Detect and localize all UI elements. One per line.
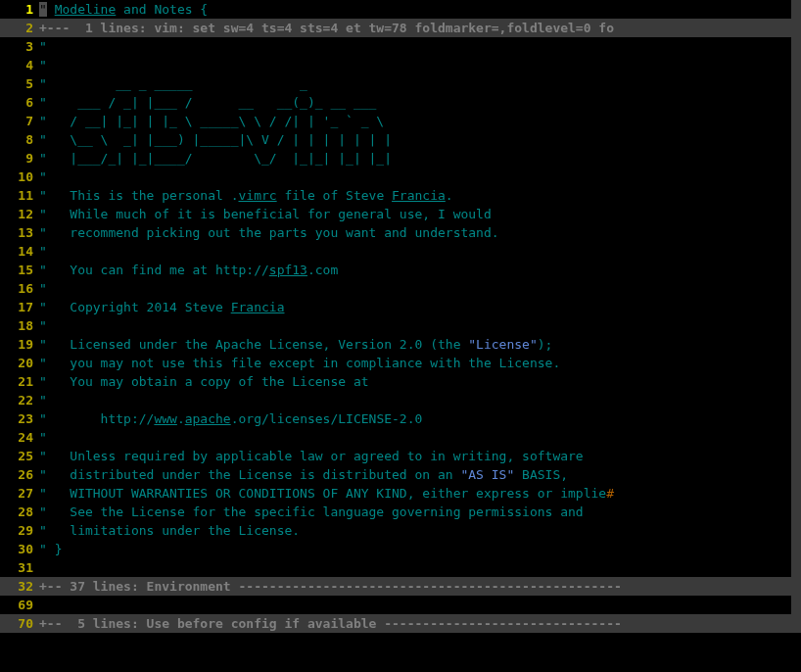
- code-line[interactable]: 11" This is the personal .vimrc file of …: [0, 186, 791, 205]
- line-content: " distributed under the License is distr…: [39, 465, 791, 484]
- scrollbar-track[interactable]: [791, 633, 801, 652]
- code-line[interactable]: 26" distributed under the License is dis…: [0, 465, 791, 484]
- line-number: 11: [0, 186, 39, 205]
- line-number: 19: [0, 335, 39, 354]
- line-content: ": [39, 391, 791, 409]
- code-line[interactable]: 5" __ _ _____ _: [0, 74, 791, 93]
- line-number: 30: [0, 540, 39, 558]
- line-content: ": [39, 316, 791, 335]
- line-content: " \__ \ _| |___) |_____|\ V / | | | | | …: [39, 130, 791, 149]
- line-content: " you may not use this file except in co…: [39, 354, 791, 372]
- line-number: 21: [0, 372, 39, 391]
- line-number: 70: [0, 614, 39, 633]
- line-content: " Modeline and Notes {: [39, 0, 791, 19]
- code-line[interactable]: 23" http://www.apache.org/licenses/LICEN…: [0, 409, 791, 428]
- line-content: " You may obtain a copy of the License a…: [39, 372, 791, 391]
- line-content: ": [39, 428, 791, 447]
- line-content: " __ _ _____ _: [39, 74, 791, 93]
- code-line[interactable]: 31: [0, 558, 791, 577]
- line-number: 5: [0, 74, 39, 93]
- code-line[interactable]: 27" WITHOUT WARRANTIES OR CONDITIONS OF …: [0, 484, 791, 503]
- code-line[interactable]: 70+-- 5 lines: Use before config if avai…: [0, 614, 791, 633]
- line-number: 31: [0, 558, 39, 577]
- line-content: " |___/_| |_|____/ \_/ |_|_| |_| |_|: [39, 149, 791, 168]
- line-content: " limitations under the License.: [39, 521, 791, 540]
- line-number: 4: [0, 56, 39, 74]
- line-content: " Unless required by applicable law or a…: [39, 447, 791, 465]
- line-number: 8: [0, 130, 39, 149]
- code-line[interactable]: 10": [0, 168, 791, 186]
- code-line[interactable]: 6" ___ / _| |___ / __ __(_)_ __ ___: [0, 93, 791, 112]
- line-number: 16: [0, 279, 39, 298]
- line-number: 32: [0, 577, 39, 596]
- line-number: 23: [0, 409, 39, 428]
- code-line[interactable]: 9" |___/_| |_|____/ \_/ |_|_| |_| |_|: [0, 149, 791, 168]
- code-line[interactable]: 30" }: [0, 540, 791, 558]
- line-content: +--- 1 lines: vim: set sw=4 ts=4 sts=4 e…: [39, 19, 791, 37]
- code-line[interactable]: 1" Modeline and Notes {: [0, 0, 791, 19]
- editor-main[interactable]: 1" Modeline and Notes {2+--- 1 lines: vi…: [0, 0, 791, 672]
- code-line[interactable]: 28" See the License for the specific lan…: [0, 503, 791, 521]
- line-content: " / __| |_| | |_ \ _____\ \ / /| | '_ ` …: [39, 112, 791, 130]
- code-line[interactable]: 18": [0, 316, 791, 335]
- line-content: " recommend picking out the parts you wa…: [39, 223, 791, 242]
- line-content: ": [39, 56, 791, 74]
- code-line[interactable]: 7" / __| |_| | |_ \ _____\ \ / /| | '_ `…: [0, 112, 791, 130]
- code-line[interactable]: 22": [0, 391, 791, 409]
- code-line[interactable]: 19" Licensed under the Apache License, V…: [0, 335, 791, 354]
- line-content: +-- 37 lines: Environment --------------…: [39, 577, 791, 596]
- line-content: " Copyright 2014 Steve Francia: [39, 298, 791, 316]
- line-number: 2: [0, 19, 39, 37]
- code-line[interactable]: 13" recommend picking out the parts you …: [0, 223, 791, 242]
- line-content: " ___ / _| |___ / __ __(_)_ __ ___: [39, 93, 791, 112]
- line-number: 14: [0, 242, 39, 261]
- code-line[interactable]: 8" \__ \ _| |___) |_____|\ V / | | | | |…: [0, 130, 791, 149]
- line-number: 27: [0, 484, 39, 503]
- line-number: 15: [0, 261, 39, 279]
- line-number: 17: [0, 298, 39, 316]
- code-line[interactable]: 4": [0, 56, 791, 74]
- code-line[interactable]: 32+-- 37 lines: Environment ------------…: [0, 577, 791, 596]
- line-content: " You can find me at http://spf13.com: [39, 261, 791, 279]
- code-line[interactable]: 3": [0, 37, 791, 56]
- scrollbar-thumb[interactable]: [791, 0, 801, 633]
- line-number: 69: [0, 596, 39, 614]
- line-number: 29: [0, 521, 39, 540]
- line-content: [39, 558, 791, 577]
- line-content: [39, 596, 791, 614]
- code-line[interactable]: 25" Unless required by applicable law or…: [0, 447, 791, 465]
- line-content: " }: [39, 540, 791, 558]
- line-number: 1: [0, 0, 39, 19]
- code-line[interactable]: 14": [0, 242, 791, 261]
- code-line[interactable]: 2+--- 1 lines: vim: set sw=4 ts=4 sts=4 …: [0, 19, 791, 37]
- line-number: 9: [0, 149, 39, 168]
- code-line[interactable]: 29" limitations under the License.: [0, 521, 791, 540]
- line-content: ": [39, 37, 791, 56]
- code-line[interactable]: 15" You can find me at http://spf13.com: [0, 261, 791, 279]
- code-line[interactable]: 24": [0, 428, 791, 447]
- line-content: " Licensed under the Apache License, Ver…: [39, 335, 791, 354]
- code-line[interactable]: 17" Copyright 2014 Steve Francia: [0, 298, 791, 316]
- code-line[interactable]: 16": [0, 279, 791, 298]
- line-number: 25: [0, 447, 39, 465]
- line-number: 22: [0, 391, 39, 409]
- line-number: 7: [0, 112, 39, 130]
- line-number: 20: [0, 354, 39, 372]
- line-number: 6: [0, 93, 39, 112]
- code-line[interactable]: 12" While much of it is beneficial for g…: [0, 205, 791, 223]
- line-number: 10: [0, 168, 39, 186]
- line-content: " This is the personal .vimrc file of St…: [39, 186, 791, 205]
- line-content: ": [39, 168, 791, 186]
- line-content: " http://www.apache.org/licenses/LICENSE…: [39, 409, 791, 428]
- line-content: ": [39, 242, 791, 261]
- line-content: " See the License for the specific langu…: [39, 503, 791, 521]
- line-number: 13: [0, 223, 39, 242]
- line-content: " While much of it is beneficial for gen…: [39, 205, 791, 223]
- line-number: 26: [0, 465, 39, 484]
- code-line[interactable]: 69: [0, 596, 791, 614]
- line-content: +-- 5 lines: Use before config if availa…: [39, 614, 791, 633]
- line-number: 18: [0, 316, 39, 335]
- line-content: " WITHOUT WARRANTIES OR CONDITIONS OF AN…: [39, 484, 791, 503]
- code-line[interactable]: 20" you may not use this file except in …: [0, 354, 791, 372]
- code-line[interactable]: 21" You may obtain a copy of the License…: [0, 372, 791, 391]
